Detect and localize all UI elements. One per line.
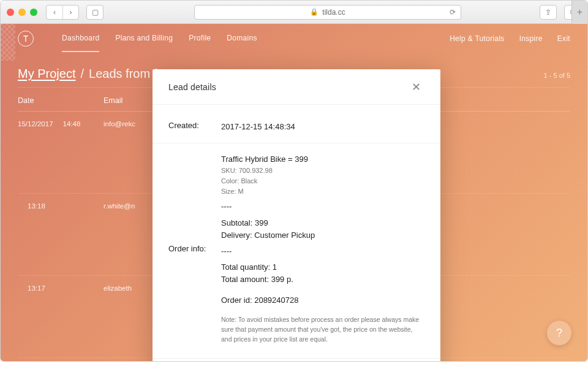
window-controls (7, 9, 37, 16)
nav-plans[interactable]: Plans and Billing (115, 34, 173, 44)
lock-icon: 🔒 (310, 8, 318, 16)
nav-back-forward: ‹ › (46, 5, 79, 20)
pagination-indicator: 1 - 5 of 5 (544, 72, 570, 79)
breadcrumb-sep: / (80, 67, 84, 81)
sep-2: ---- (221, 245, 424, 258)
nav-help[interactable]: Help & Tutorials (450, 34, 505, 43)
panel-icon: ▢ (87, 6, 103, 19)
nav-dashboard[interactable]: Dashboard (62, 34, 99, 52)
order-sku: SKU: 700.932.98 (221, 166, 424, 176)
order-id: Order id: 2089240728 (221, 294, 424, 307)
cell-time-value: 13:18 (28, 202, 45, 226)
decorative-pattern (1, 24, 15, 61)
browser-titlebar: ‹ › ▢ 🔒 tilda.cc ⟳ ⇪ ⧉ + (1, 1, 587, 24)
help-fab[interactable]: ? (547, 321, 571, 345)
top-nav: T Dashboard Plans and Billing Profile Do… (1, 24, 587, 53)
cell-time-value: 13:17 (28, 284, 45, 308)
new-tab-button[interactable]: + (571, 1, 587, 24)
browser-window: ‹ › ▢ 🔒 tilda.cc ⟳ ⇪ ⧉ + T Dashboard Pla… (0, 0, 588, 362)
modal-title: Lead details (168, 82, 216, 92)
share-button[interactable]: ⇪ (540, 5, 557, 20)
url-text: tilda.cc (322, 8, 345, 17)
row-name: Name: Joseph Reckwid (153, 359, 440, 362)
modal-body: Created: 2017-12-15 14:48:34 Order info:… (153, 105, 440, 362)
lead-details-modal: Lead details ✕ Created: 2017-12-15 14:48… (153, 69, 440, 362)
sep-1: ---- (221, 200, 424, 213)
nav-domains[interactable]: Domains (227, 34, 257, 44)
app-viewport: T Dashboard Plans and Billing Profile Do… (1, 24, 587, 361)
nav-right: Help & Tutorials Inspire Exit (450, 34, 570, 43)
nav-inspire[interactable]: Inspire (519, 34, 543, 43)
cell-date: 13:18 (18, 202, 104, 226)
order-qty: Total quantity: 1 (221, 261, 424, 273)
label-created: Created: (168, 121, 221, 133)
breadcrumb-project[interactable]: My Project (18, 67, 75, 81)
reload-icon[interactable]: ⟳ (450, 8, 456, 17)
order-amount: Total amount: 399 р. (221, 273, 424, 286)
value-order: Traffic Hybrid Bike = 399 SKU: 700.932.9… (221, 153, 424, 345)
row-created: Created: 2017-12-15 14:48:34 (153, 111, 440, 143)
cell-time-value: 14:48 (63, 120, 81, 144)
address-bar[interactable]: 🔒 tilda.cc ⟳ (194, 5, 461, 20)
forward-button[interactable]: › (62, 6, 78, 19)
value-created: 2017-12-15 14:48:34 (221, 121, 424, 133)
col-date-header: Date (18, 96, 104, 105)
order-note: Note: To avoid mistakes before process a… (221, 315, 424, 344)
order-size: Size: M (221, 186, 424, 197)
order-title: Traffic Hybrid Bike = 399 (221, 153, 424, 166)
cell-date: 15/12/2017 14:48 (18, 120, 104, 144)
back-button[interactable]: ‹ (47, 6, 62, 19)
app-logo[interactable]: T (18, 31, 34, 47)
order-color: Color: Black (221, 176, 424, 186)
cell-date-value: 15/12/2017 (18, 120, 53, 144)
row-order-info: Order info: Traffic Hybrid Bike = 399 SK… (153, 143, 440, 359)
cell-date: 13:17 (18, 284, 104, 308)
order-subtotal: Subtotal: 399 (221, 217, 424, 229)
modal-header: Lead details ✕ (153, 69, 440, 105)
label-order: Order info: (168, 244, 221, 253)
order-delivery: Delivery: Customer Pickup (221, 229, 424, 242)
nav-exit[interactable]: Exit (557, 34, 570, 43)
close-icon[interactable]: ✕ (408, 77, 424, 97)
maximize-window-icon[interactable] (30, 9, 37, 16)
nav-left: Dashboard Plans and Billing Profile Doma… (62, 34, 257, 44)
sidebar-toggle[interactable]: ▢ (86, 5, 104, 20)
share-icon: ⇪ (540, 6, 556, 19)
nav-profile[interactable]: Profile (189, 34, 211, 44)
close-window-icon[interactable] (7, 9, 14, 16)
minimize-window-icon[interactable] (18, 9, 26, 16)
